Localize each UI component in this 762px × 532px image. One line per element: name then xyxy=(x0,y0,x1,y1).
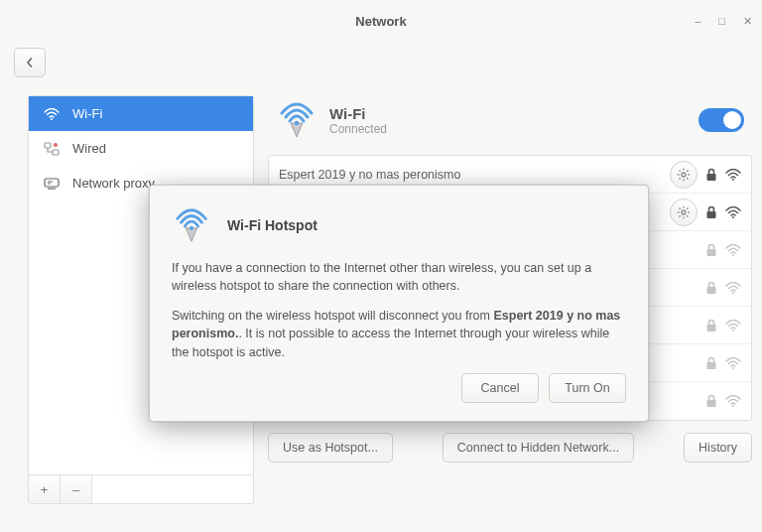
dialog-paragraph-2: Switching on the wireless hotspot will d… xyxy=(172,307,626,360)
dialog-title: Wi-Fi Hotspot xyxy=(227,217,318,233)
wifi-antenna-icon xyxy=(172,205,211,245)
turn-on-button[interactable]: Turn On xyxy=(549,373,626,403)
hotspot-dialog: Wi-Fi Hotspot If you have a connection t… xyxy=(149,185,649,422)
cancel-button[interactable]: Cancel xyxy=(461,373,539,403)
dialog-paragraph-1: If you have a connection to the Internet… xyxy=(172,259,626,295)
dialog-body: If you have a connection to the Internet… xyxy=(172,259,626,361)
svg-point-38 xyxy=(190,226,193,230)
modal-overlay: Wi-Fi Hotspot If you have a connection t… xyxy=(0,0,762,532)
